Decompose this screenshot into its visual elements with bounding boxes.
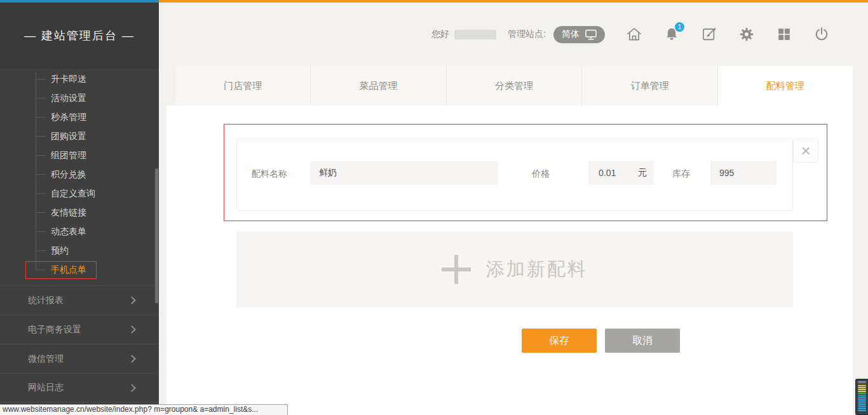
- plus-icon: [442, 255, 471, 284]
- tab-dish-management[interactable]: 菜品管理: [311, 66, 446, 105]
- sidebar: — 建站管理后台 — 升卡即送 活动设置 秒杀管理 团购设置 组团管理 积分兑换…: [0, 3, 159, 415]
- content-panel: × 配料名称 价格 元 库存 添加新配料 保存 取消: [166, 105, 853, 415]
- sidebar-item-custom-query[interactable]: 自定义查询: [0, 184, 159, 203]
- chevron-right-icon: [128, 296, 136, 304]
- username-redacted: [454, 30, 496, 39]
- sidebar-section-stats[interactable]: 统计报表: [0, 285, 159, 315]
- corner-widget-stripes: [858, 381, 866, 411]
- greeting-text: 您好: [431, 29, 449, 40]
- chevron-right-icon: [128, 355, 136, 363]
- corner-widget[interactable]: [855, 379, 868, 415]
- chevron-right-icon: [128, 384, 136, 392]
- sidebar-item-groupbuy[interactable]: 团购设置: [0, 126, 159, 146]
- language-label: 简体: [562, 29, 580, 40]
- gear-icon[interactable]: [738, 26, 755, 43]
- site-label: 管理站点:: [508, 29, 546, 40]
- tab-bar: 门店管理 菜品管理 分类管理 订单管理 配料管理: [175, 66, 853, 105]
- ingredient-name-label: 配料名称: [252, 168, 287, 180]
- sidebar-item-group-manage[interactable]: 组团管理: [0, 146, 159, 165]
- apps-grid-icon[interactable]: [776, 26, 792, 43]
- section-label: 网站日志: [28, 382, 64, 393]
- save-button[interactable]: 保存: [522, 329, 597, 353]
- header: 您好 管理站点: 简体 1: [159, 3, 868, 66]
- add-ingredient-button[interactable]: 添加新配料: [236, 231, 793, 308]
- monitor-icon: [585, 29, 597, 40]
- home-icon[interactable]: [626, 26, 642, 43]
- sidebar-item-points[interactable]: 积分兑换: [0, 165, 159, 184]
- app-title: — 建站管理后台 —: [0, 3, 159, 69]
- compose-icon[interactable]: [701, 26, 717, 43]
- notification-badge: 1: [675, 22, 684, 32]
- tab-store-management[interactable]: 门店管理: [175, 66, 311, 105]
- cancel-button[interactable]: 取消: [605, 329, 680, 353]
- tab-ingredient-management[interactable]: 配料管理: [718, 66, 853, 105]
- tab-category-management[interactable]: 分类管理: [447, 66, 582, 105]
- sidebar-section-ecommerce[interactable]: 电子商务设置: [0, 315, 159, 344]
- price-label: 价格: [532, 168, 550, 180]
- language-pill[interactable]: 简体: [553, 26, 605, 43]
- section-label: 微信管理: [28, 353, 64, 365]
- browser-status-bar: www.websitemanage.cn/website/index.php? …: [0, 404, 288, 415]
- tab-order-management[interactable]: 订单管理: [582, 66, 717, 105]
- sidebar-section-wechat[interactable]: 微信管理: [0, 344, 159, 373]
- sidebar-scrollbar[interactable]: [155, 168, 158, 303]
- sidebar-submenu: 升卡即送 活动设置 秒杀管理 团购设置 组团管理 积分兑换 自定义查询 友情链接…: [0, 69, 159, 279]
- ingredient-name-input[interactable]: [310, 161, 498, 185]
- add-ingredient-label: 添加新配料: [486, 257, 588, 282]
- sidebar-item-dynamic-form[interactable]: 动态表单: [0, 222, 159, 241]
- close-button[interactable]: ×: [793, 139, 818, 163]
- stock-input[interactable]: [710, 161, 776, 185]
- sidebar-annotation-box: [25, 261, 97, 279]
- power-icon[interactable]: [813, 26, 830, 43]
- sidebar-item-card-gift[interactable]: 升卡即送: [0, 69, 159, 88]
- chevron-right-icon: [128, 325, 136, 334]
- price-unit: 元: [638, 167, 654, 179]
- section-label: 统计报表: [28, 295, 64, 306]
- sidebar-item-reservation[interactable]: 预约: [0, 241, 159, 260]
- sidebar-sections: 统计报表 电子商务设置 微信管理 网站日志: [0, 285, 159, 402]
- sidebar-item-seckill[interactable]: 秒杀管理: [0, 107, 159, 126]
- sidebar-section-logs[interactable]: 网站日志: [0, 373, 159, 402]
- stock-label: 库存: [672, 168, 690, 180]
- price-input[interactable]: [588, 168, 625, 178]
- sidebar-item-links[interactable]: 友情链接: [0, 203, 159, 222]
- sidebar-item-activity[interactable]: 活动设置: [0, 88, 159, 107]
- price-field: 元: [588, 161, 654, 185]
- bell-icon[interactable]: 1: [663, 26, 680, 43]
- section-label: 电子商务设置: [28, 324, 81, 336]
